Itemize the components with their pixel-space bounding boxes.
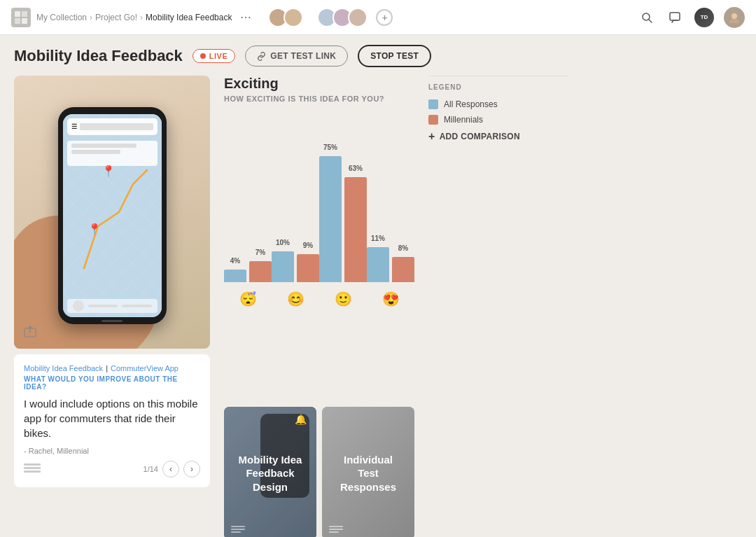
breadcrumb-collection[interactable]: My Collection [36,13,87,22]
chart-title: Exciting [224,76,414,92]
bar-group-inner-2: 10% 9% [272,251,319,282]
feedback-links: Mobility Idea Feedback | CommuterView Ap… [24,364,200,372]
map-pin-bottom: 📍 [88,223,102,236]
avatar-group-1 [268,8,303,27]
bottom-cards: Mobility Idea Feedback | CommuterView Ap… [14,354,210,487]
page-header: Mobility Idea Feedback LIVE GET TEST LIN… [0,35,756,76]
thumb-card-1-title: Mobility Idea Feedback Design [235,453,305,494]
bar-2-salmon: 9% [297,254,319,282]
bar-1-label-salmon: 7% [249,249,272,256]
bar-3-blue: 75% [319,156,342,282]
legend-swatch-millennials [428,115,438,125]
thumb-card-2-title: Individual Test Responses [333,453,403,494]
bar-group-2: 10% 9% 😊 [272,251,319,282]
svg-point-7 [732,13,737,19]
share-icon[interactable] [24,326,36,340]
phone-card: ☰ 📍 � [14,76,210,349]
stack-line-1 [24,463,41,466]
legend-title: LEGEND [428,76,568,91]
legend-item-millennials: Millennials [428,115,568,125]
feedback-footer: 1/14 ‹ › [24,461,200,477]
badge-text: TD [701,14,708,20]
topnav-right: TD [637,6,745,29]
legend-swatch-all [428,99,438,109]
bar-4-salmon: 8% [392,257,414,282]
chart-subtitle: HOW EXCITING IS THIS IDEA FOR YOU? [224,95,414,103]
avatar-5[interactable] [348,8,368,27]
legend-label-millennials: Millennials [444,115,483,125]
bar-2-blue: 10% [272,251,294,282]
live-dot [200,53,206,59]
link-icon [257,52,266,61]
stack-line-2 [24,467,41,469]
bar-group-3: 75% 63% 🙂 [319,156,367,282]
stop-test-label: STOP TEST [370,51,419,61]
feedback-text: I would include options on this mobile a… [24,396,200,441]
logo[interactable] [11,8,31,27]
phone-body: ☰ 📍 � [52,93,172,331]
svg-rect-3 [22,18,27,24]
legend-panel: LEGEND All Responses Millennials + ADD C… [414,76,568,537]
stop-test-button[interactable]: STOP TEST [358,45,431,67]
bar-3-label-blue: 75% [319,144,342,151]
avatar-2[interactable] [284,8,303,27]
avatar-group-2 [317,8,368,27]
user-avatar[interactable] [724,7,745,28]
bar-1-blue: 4% [224,270,246,282]
next-page-button[interactable]: › [183,461,200,477]
bar-group-inner-4: 11% 8% [367,247,414,282]
feedback-card: Mobility Idea Feedback | CommuterView Ap… [14,354,210,487]
chat-button[interactable] [665,8,685,27]
feedback-separator: | [106,364,108,372]
breadcrumb-sep2: › [140,13,143,22]
bar-2-label-salmon: 9% [297,242,319,249]
feedback-subtitle: WHAT WOULD YOU IMPROVE ABOUT THE IDEA? [24,375,200,391]
pagination-text: 1/14 [144,465,158,473]
feedback-author: - Rachel, Millennial [24,447,200,455]
feedback-link-2[interactable]: CommuterView App [111,364,178,372]
breadcrumb-current: Mobility Idea Feedback [146,13,232,22]
add-comparison-button[interactable]: + ADD COMPARISON [428,130,568,143]
search-button[interactable] [637,8,657,27]
bar-emoji-2: 😊 [287,291,304,307]
live-badge: LIVE [192,49,235,63]
get-test-link-label: GET TEST LINK [270,51,336,61]
page-title: Mobility Idea Feedback [14,47,183,65]
svg-rect-2 [15,18,20,24]
stack-icon [24,463,41,475]
thumb-card-2-stack [329,526,343,533]
live-label: LIVE [209,52,227,60]
more-button[interactable]: ⋯ [237,9,254,26]
legend-label-all: All Responses [444,99,498,109]
thumb-card-1-icon: 🔔 [295,414,307,425]
user-badge[interactable]: TD [693,6,715,29]
bar-group-inner-1: 4% 7% [224,261,272,282]
bar-3-salmon: 63% [344,177,367,282]
bar-group-inner-3: 75% 63% [319,156,367,282]
breadcrumb-project[interactable]: Project Go! [95,13,137,22]
chart-panel: Exciting HOW EXCITING IS THIS IDEA FOR Y… [210,76,414,537]
main-row: ☰ 📍 � [14,76,568,537]
get-test-link-button[interactable]: GET TEST LINK [245,46,348,67]
breadcrumb-sep1: › [90,13,92,22]
bar-emoji-1: 😴 [239,291,257,307]
add-comparison-label: ADD COMPARISON [440,132,520,141]
svg-rect-0 [15,11,20,17]
bar-group-1: 4% 7% 😴 [224,261,272,282]
thumb-card-1[interactable]: Mobility Idea Feedback Design 🔔 [224,407,316,537]
bar-group-4: 11% 8% 😍 [367,247,414,282]
chart-area: 4% 7% 😴 10% [224,114,414,310]
bar-2-label-blue: 10% [272,239,294,246]
add-member-button[interactable]: + [376,9,393,26]
svg-rect-1 [22,11,27,17]
bar-3-label-salmon: 63% [344,165,367,172]
topnav: My Collection › Project Go! › Mobility I… [0,0,756,35]
feedback-link-1[interactable]: Mobility Idea Feedback [24,364,103,372]
bar-1-label-blue: 4% [224,257,246,265]
thumb-card-2[interactable]: Individual Test Responses [322,407,414,537]
bar-4-blue: 11% [367,247,389,282]
breadcrumb: My Collection › Project Go! › Mobility I… [36,13,232,22]
thumb-cards-row: Mobility Idea Feedback Design 🔔 Individu… [224,407,414,537]
prev-page-button[interactable]: ‹ [162,461,179,477]
map-pin-top: 📍 [102,165,115,178]
